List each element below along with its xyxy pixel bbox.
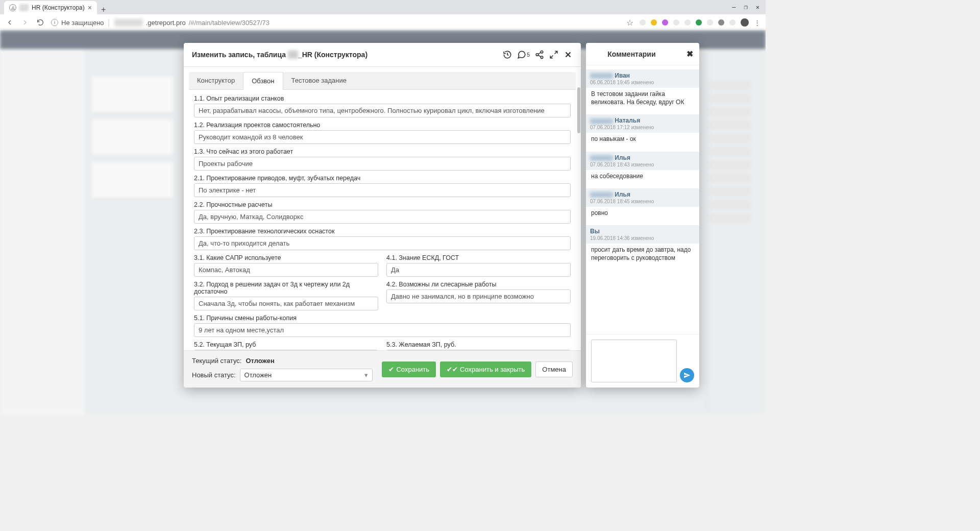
edit-record-modal: Изменить запись, таблица _HR (Конструкто… bbox=[184, 43, 581, 388]
url-field[interactable]: i Не защищено │ .getreport.pro/#/main/ta… bbox=[51, 19, 620, 27]
modal-tabs: Конструктор Обзвон Тестовое задание bbox=[189, 72, 576, 90]
field-input-5-2[interactable] bbox=[194, 350, 378, 350]
field-input-2-3[interactable] bbox=[194, 236, 571, 250]
share-icon[interactable] bbox=[535, 50, 544, 59]
modal-header: Изменить запись, таблица _HR (Конструкто… bbox=[184, 43, 581, 67]
field-label: 1.3. Что сейчас из этого работает bbox=[194, 148, 571, 155]
cancel-button[interactable]: Отмена bbox=[535, 361, 573, 377]
bookmark-star-icon[interactable]: ☆ bbox=[626, 18, 633, 28]
comment-item: Вы19.06.2018 14:36 изменено просит дать … bbox=[586, 221, 699, 266]
field-input-1-1[interactable] bbox=[194, 104, 571, 117]
ext-icon[interactable] bbox=[662, 19, 668, 26]
field-label: 3.2. Подход в решении задач от 3д к черт… bbox=[194, 281, 378, 295]
tab-constructor[interactable]: Конструктор bbox=[189, 72, 243, 89]
security-info-icon: i bbox=[51, 19, 58, 26]
field-input-4-2[interactable] bbox=[386, 289, 571, 303]
expand-icon[interactable] bbox=[549, 50, 558, 59]
comments-close-icon[interactable]: ✖ bbox=[687, 49, 693, 59]
field-label: 2.2. Прочностные расчеты bbox=[194, 201, 571, 208]
profile-avatar[interactable] bbox=[741, 18, 749, 27]
form-content[interactable]: 1.1. Опыт реализации станков 1.2. Реализ… bbox=[184, 90, 581, 350]
field-label: 5.1. Причины смены работы-копия bbox=[194, 315, 571, 322]
field-label: 2.3. Проектирование технологических осна… bbox=[194, 228, 571, 235]
field-input-2-1[interactable] bbox=[194, 183, 571, 197]
field-input-3-2[interactable] bbox=[194, 297, 378, 310]
comments-list[interactable]: Иван06.06.2018 19:45 изменено В тестовом… bbox=[586, 65, 699, 334]
new-tab-button[interactable]: + bbox=[97, 5, 110, 14]
field-label: 1.2. Реализация проектов самостоятельно bbox=[194, 122, 571, 129]
comment-item: Илья07.06.2018 18:43 изменено на собесед… bbox=[586, 148, 699, 184]
comments-icon[interactable]: 5 bbox=[517, 50, 530, 59]
field-label: 4.1. Знание ЕСКД, ГОСТ bbox=[386, 254, 571, 261]
ext-icon[interactable] bbox=[718, 19, 724, 26]
nav-back-button[interactable] bbox=[5, 18, 14, 27]
comment-item: Иван06.06.2018 19:45 изменено В тестовом… bbox=[586, 65, 699, 110]
ext-icon[interactable] bbox=[640, 19, 646, 26]
nav-forward-button[interactable] bbox=[20, 18, 30, 27]
ext-icon[interactable] bbox=[696, 19, 702, 26]
ext-icon[interactable] bbox=[673, 19, 679, 26]
browser-chrome: — ❐ ✕ ◬ HR (Конструктора) × + i Не защищ… bbox=[0, 0, 766, 31]
ext-icon[interactable] bbox=[684, 19, 691, 26]
comments-title: Комментарии bbox=[607, 50, 655, 58]
modal-title: Изменить запись, таблица _HR (Конструкто… bbox=[192, 51, 368, 59]
send-comment-button[interactable] bbox=[680, 368, 694, 382]
current-status-label: Текущий статус: bbox=[192, 357, 241, 365]
modal-footer: Текущий статус: Отложен Новый статус: От… bbox=[184, 350, 581, 388]
history-icon[interactable] bbox=[503, 50, 512, 59]
modal-scrollbar[interactable] bbox=[576, 87, 580, 315]
field-label: 1.1. Опыт реализации станков bbox=[194, 95, 571, 102]
window-maximize[interactable]: ❐ bbox=[744, 4, 748, 11]
comments-header: Комментарии ✖ bbox=[586, 43, 699, 65]
ext-icon[interactable] bbox=[729, 19, 736, 26]
window-controls: — ❐ ✕ bbox=[726, 0, 766, 14]
close-icon[interactable] bbox=[564, 50, 573, 59]
address-bar: i Не защищено │ .getreport.pro/#/main/ta… bbox=[0, 14, 766, 31]
svg-point-2 bbox=[541, 56, 543, 59]
favicon-icon: ◬ bbox=[9, 4, 16, 11]
field-input-5-3[interactable] bbox=[386, 350, 571, 350]
field-input-2-2[interactable] bbox=[194, 210, 571, 224]
new-status-select[interactable]: Отложен bbox=[240, 369, 373, 381]
tab-test-task[interactable]: Тестовое задание bbox=[283, 72, 355, 89]
modal-actions: 5 bbox=[503, 50, 573, 59]
save-button[interactable]: ✔ Сохранить bbox=[382, 361, 436, 377]
tab-close-icon[interactable]: × bbox=[88, 4, 92, 12]
field-label: 5.3. Желаемая ЗП, руб. bbox=[386, 341, 571, 348]
comments-panel: Комментарии ✖ Иван06.06.2018 19:45 измен… bbox=[586, 43, 699, 388]
svg-point-0 bbox=[541, 51, 543, 54]
current-status-value: Отложен bbox=[246, 357, 274, 365]
window-minimize[interactable]: — bbox=[732, 4, 736, 11]
field-input-4-1[interactable] bbox=[386, 263, 571, 277]
svg-point-1 bbox=[536, 54, 538, 56]
tab-call[interactable]: Обзвон bbox=[243, 72, 283, 90]
field-label: 3.1. Какие САПР используете bbox=[194, 254, 378, 261]
window-close[interactable]: ✕ bbox=[756, 4, 760, 11]
field-label: 4.2. Возможны ли слесарные работы bbox=[386, 281, 571, 288]
url-host: .getreport.pro bbox=[146, 19, 186, 27]
browser-menu-icon[interactable]: ⋮ bbox=[754, 19, 761, 27]
nav-reload-button[interactable] bbox=[36, 18, 45, 27]
ext-icon[interactable] bbox=[707, 19, 713, 26]
ext-icon[interactable] bbox=[651, 19, 657, 26]
save-close-button[interactable]: ✔✔ Сохранить и закрыть bbox=[440, 361, 531, 377]
comment-item: Наталья07.06.2018 17:12 изменено по навы… bbox=[586, 110, 699, 147]
browser-tab-title: HR (Конструктора) bbox=[32, 4, 85, 11]
url-path: /#/main/tableview/30527/73 bbox=[189, 19, 270, 27]
comment-textarea[interactable] bbox=[591, 340, 677, 382]
field-label: 2.1. Проектирование приводов, муфт, зубч… bbox=[194, 175, 571, 182]
new-status-label: Новый статус: bbox=[192, 371, 236, 379]
comment-input-area bbox=[586, 334, 699, 388]
comment-item: Илья07.06.2018 18:45 изменено ровно bbox=[586, 184, 699, 221]
browser-tab-bar: ◬ HR (Конструктора) × + bbox=[0, 0, 766, 14]
browser-tab-active[interactable]: ◬ HR (Конструктора) × bbox=[4, 1, 97, 14]
field-input-1-2[interactable] bbox=[194, 130, 571, 144]
extension-icons: ⋮ bbox=[640, 18, 761, 27]
field-input-1-3[interactable] bbox=[194, 157, 571, 171]
field-input-5-1[interactable] bbox=[194, 323, 571, 337]
security-label: Не защищено bbox=[61, 19, 104, 27]
field-label: 5.2. Текущая ЗП, руб bbox=[194, 341, 378, 348]
field-input-3-1[interactable] bbox=[194, 263, 378, 277]
